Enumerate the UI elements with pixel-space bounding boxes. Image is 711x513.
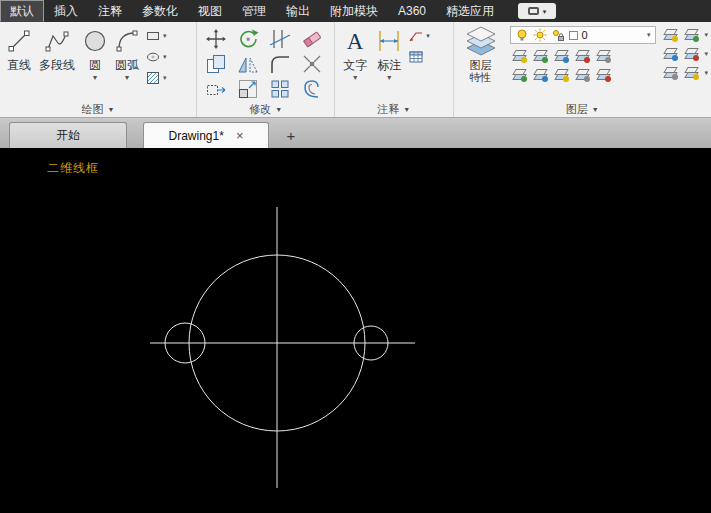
- line-button[interactable]: 直线: [3, 24, 35, 101]
- dimension-icon: [376, 26, 402, 56]
- layer-delete-button[interactable]: [596, 67, 611, 82]
- menu-tab-4[interactable]: 视图: [188, 0, 232, 22]
- new-drawing-button[interactable]: +: [281, 125, 301, 145]
- layer-make-current-button[interactable]: [596, 48, 611, 63]
- accent-dot: [693, 36, 699, 42]
- accent-dot: [693, 74, 699, 80]
- ribbon-tab-bar: 默认插入注释参数化视图管理输出附加模块A360精选应用 ▾: [0, 0, 711, 22]
- dimension-button-label: 标注: [377, 57, 401, 74]
- drawing-canvas[interactable]: 二维线框: [0, 148, 711, 513]
- chevron-down-icon: ▼: [352, 75, 359, 81]
- chevron-down-icon[interactable]: ▾: [163, 53, 167, 61]
- rectangle-icon: [145, 28, 161, 44]
- table-button[interactable]: [408, 49, 424, 65]
- leader-button[interactable]: [408, 28, 424, 44]
- copy-icon: [205, 53, 227, 75]
- accent-dot: [542, 76, 548, 82]
- chevron-down-icon[interactable]: ▾: [705, 31, 709, 39]
- chevron-down-icon[interactable]: ▾: [705, 50, 709, 58]
- trim-button[interactable]: [269, 28, 291, 50]
- layer-merge-button[interactable]: [575, 67, 590, 82]
- menu-tab-7[interactable]: 附加模块: [320, 0, 388, 22]
- offset-icon: [301, 78, 323, 100]
- menu-tab-8[interactable]: A360: [388, 0, 436, 22]
- circle-button[interactable]: 圆 ▼: [79, 24, 111, 101]
- offset-button[interactable]: [301, 78, 323, 100]
- layer-tool-extra-1-button[interactable]: [663, 27, 678, 42]
- layer-tool-extra-2-button[interactable]: [684, 27, 699, 42]
- line-icon: [7, 26, 31, 56]
- file-tab-drawing1[interactable]: Drawing1* ×: [143, 122, 269, 148]
- rectangle-button[interactable]: [145, 28, 161, 44]
- ribbon-display-toggle-button[interactable]: ▾: [518, 3, 556, 19]
- panel-layers: 图层特性 0 ▾: [454, 22, 711, 117]
- chevron-down-icon[interactable]: ▾: [426, 32, 430, 40]
- layer-properties-button[interactable]: 图层特性: [457, 24, 505, 83]
- arc-icon: [115, 26, 139, 56]
- drawing-svg: [0, 148, 711, 513]
- menu-tab-2[interactable]: 注释: [88, 0, 132, 22]
- stretch-button[interactable]: [205, 78, 227, 100]
- file-tab-start[interactable]: 开始: [9, 122, 127, 148]
- chevron-down-icon: ▼: [124, 75, 131, 81]
- leader-icon: [408, 28, 424, 44]
- close-icon[interactable]: ×: [236, 129, 244, 142]
- fillet-icon: [269, 53, 291, 75]
- accent-dot: [563, 57, 569, 63]
- rotate-button[interactable]: [237, 28, 259, 50]
- modify-panel-title: 修改: [249, 102, 271, 117]
- array-button[interactable]: [269, 78, 291, 100]
- layer-tool-extra-5-button[interactable]: [663, 65, 678, 80]
- accent-dot: [521, 76, 527, 82]
- modify-panel-expander[interactable]: 修改 ▼: [197, 102, 334, 117]
- move-button[interactable]: [205, 28, 227, 50]
- layer-previous-button[interactable]: [554, 67, 569, 82]
- layer-isolate-button[interactable]: [533, 48, 548, 63]
- annotate-panel-expander[interactable]: 注释 ▼: [335, 102, 452, 117]
- text-button[interactable]: A 文字 ▼: [338, 24, 372, 101]
- menu-tab-1[interactable]: 插入: [44, 0, 88, 22]
- draw-panel-expander[interactable]: 绘图 ▼: [0, 102, 196, 117]
- layer-tool-extra-6-button[interactable]: [684, 65, 699, 80]
- menu-tab-6[interactable]: 输出: [276, 0, 320, 22]
- accent-dot: [521, 57, 527, 63]
- chevron-down-icon[interactable]: ▾: [163, 32, 167, 40]
- hatch-button[interactable]: [145, 70, 161, 86]
- layer-lock-button[interactable]: [575, 48, 590, 63]
- ellipse-icon: [145, 49, 161, 65]
- menu-tab-3[interactable]: 参数化: [132, 0, 188, 22]
- layer-unisolate-button[interactable]: [533, 67, 548, 82]
- text-button-label: 文字: [343, 57, 367, 74]
- dimension-button[interactable]: 标注 ▼: [372, 24, 406, 101]
- mirror-button[interactable]: [237, 53, 259, 75]
- accent-dot: [605, 57, 611, 63]
- plus-icon: +: [287, 127, 296, 144]
- accent-dot: [584, 76, 590, 82]
- menu-tab-5[interactable]: 管理: [232, 0, 276, 22]
- panel-annotate: A 文字 ▼ 标注 ▼ ▾: [335, 22, 453, 117]
- polyline-button[interactable]: 多段线: [35, 24, 79, 101]
- layer-tool-extra-3-button[interactable]: [663, 46, 678, 61]
- chevron-down-icon[interactable]: ▾: [705, 69, 709, 77]
- scale-button[interactable]: [237, 78, 259, 100]
- layer-off-button[interactable]: [512, 48, 527, 63]
- layer-select-combo[interactable]: 0 ▾: [510, 26, 656, 44]
- chevron-down-icon[interactable]: ▾: [163, 74, 167, 82]
- current-layer-name: 0: [582, 29, 643, 41]
- layer-tool-extra-4-button[interactable]: [684, 46, 699, 61]
- layer-match-button[interactable]: [512, 67, 527, 82]
- explode-button[interactable]: [301, 53, 323, 75]
- layers-panel-expander[interactable]: 图层 ▼: [454, 102, 711, 117]
- layer-freeze-button[interactable]: [554, 48, 569, 63]
- arc-button[interactable]: 圆弧 ▼: [111, 24, 143, 101]
- polyline-icon: [45, 26, 69, 56]
- menu-tab-9[interactable]: 精选应用: [436, 0, 504, 22]
- ellipse-button[interactable]: [145, 49, 161, 65]
- sun-icon: [533, 28, 547, 42]
- erase-button[interactable]: [301, 28, 323, 50]
- copy-button[interactable]: [205, 53, 227, 75]
- accent-dot: [672, 74, 678, 80]
- fillet-button[interactable]: [269, 53, 291, 75]
- menu-tab-0[interactable]: 默认: [0, 0, 44, 22]
- start-tab-label: 开始: [56, 127, 80, 144]
